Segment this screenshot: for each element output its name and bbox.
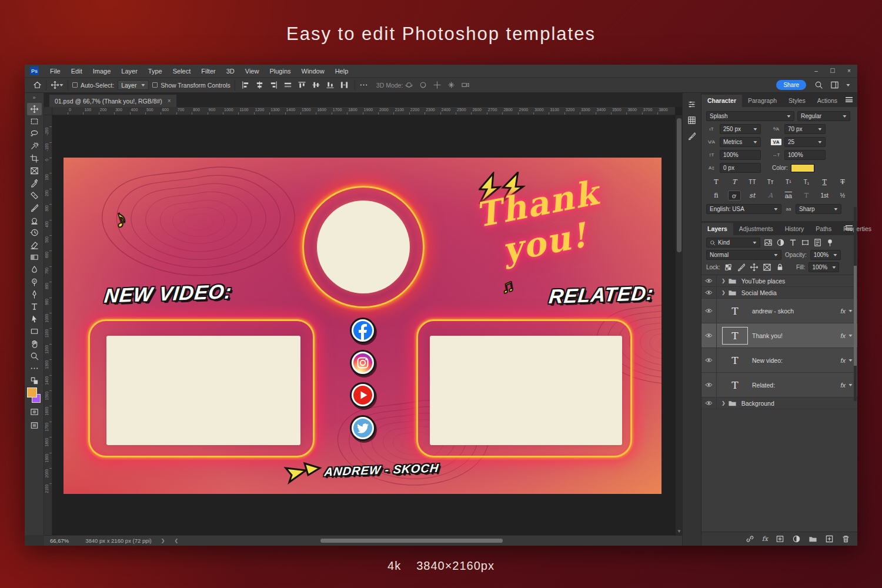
auto-select-dropdown[interactable]: Layer▼ [118,80,149,90]
screen-mode-icon[interactable] [30,421,39,430]
zoom-tool[interactable] [27,350,42,362]
3d-slide-icon[interactable] [447,81,456,89]
vertical-scale-field[interactable]: 100% [720,150,761,160]
panel-menu-icon[interactable] [846,97,853,102]
eyedropper-tool[interactable] [27,177,42,189]
font-size-field[interactable]: 250 px▼ [720,124,761,134]
lasso-tool[interactable] [27,128,42,140]
align-right-icon[interactable] [269,81,278,89]
tab-properties[interactable]: Properties [837,223,877,235]
clone-stamp-tool[interactable] [27,214,42,226]
quick-mask-icon[interactable] [30,407,39,416]
tab-history[interactable]: History [779,223,810,235]
leading-field[interactable]: 70 px▼ [784,124,826,134]
new-layer-icon[interactable] [825,534,834,543]
magic-wand-tool[interactable] [27,140,42,152]
text-color-swatch[interactable] [791,164,814,172]
3d-pan-icon[interactable] [433,81,442,89]
blur-tool[interactable] [27,263,42,276]
delete-layer-icon[interactable] [841,534,850,543]
tab-styles[interactable]: Styles [783,95,811,107]
3d-roll-icon[interactable] [419,81,427,89]
menu-window[interactable]: Window [296,68,330,75]
share-button[interactable]: Share [776,80,806,90]
toolbar-collapse-chevron[interactable]: » [32,93,35,103]
ligatures-button[interactable]: fi [710,191,723,201]
layer-row[interactable]: ❯Social Media [701,287,857,299]
expand-chevron-icon[interactable]: ❯ [721,400,726,406]
anti-alias-select[interactable]: Sharp▼ [796,204,841,214]
align-justify-icon[interactable] [283,81,292,89]
move-tool[interactable] [27,103,42,115]
close-tab-icon[interactable]: × [168,98,171,104]
filter-shape-icon[interactable] [801,238,810,247]
small-caps-button[interactable]: Tᴛ [764,177,777,187]
maximize-button[interactable]: ☐ [824,65,841,78]
expand-chevron-icon[interactable]: ❯ [721,278,726,283]
layer-fx[interactable]: fx▼ [841,308,853,315]
kerning-field[interactable]: Metrics▼ [720,137,761,147]
filter-adjustment-icon[interactable] [776,238,785,247]
frame-tool[interactable] [27,165,42,177]
font-style-select[interactable]: Regular▼ [797,111,850,121]
align-vcenter-icon[interactable] [312,81,320,89]
menu-3d[interactable]: 3D [221,68,240,75]
swash-button[interactable]: A [764,191,777,201]
libraries-rail-icon[interactable] [687,116,696,125]
lock-position-icon[interactable] [750,263,759,272]
strikethrough-button[interactable]: T [836,177,849,187]
path-selection-tool[interactable] [27,313,42,325]
tab-character[interactable]: Character [701,95,742,107]
expand-chevron-icon[interactable]: ❯ [721,290,726,295]
adjustments-rail-icon[interactable] [687,100,696,109]
distribute-icon[interactable] [340,81,349,89]
filter-smart-object-icon[interactable] [813,238,822,247]
3d-camera-icon[interactable] [461,81,470,89]
menu-image[interactable]: Image [88,68,116,75]
tab-paths[interactable]: Paths [810,223,837,235]
menu-file[interactable]: File [45,68,66,75]
chevron-left-icon[interactable]: ❮ [174,538,178,543]
tab-actions[interactable]: Actions [811,95,843,107]
chevron-down-icon[interactable]: ▼ [846,83,851,87]
visibility-eye-icon[interactable] [705,289,713,296]
filter-pin-icon[interactable] [826,238,834,247]
layer-row[interactable]: TRelated:fx▼ [701,373,857,397]
layer-row[interactable]: TNew video:fx▼ [701,348,857,373]
filter-type-icon[interactable] [789,238,797,247]
3d-orbit-icon[interactable] [405,81,413,89]
workspace-icon[interactable] [830,81,839,89]
menu-help[interactable]: Help [330,68,354,75]
new-group-icon[interactable] [808,534,817,543]
artwork-canvas[interactable]: ♪ ♫ Thank you! NEW VIDEO: RELATED: [64,158,662,494]
marquee-tool[interactable] [27,115,42,128]
visibility-eye-icon[interactable] [705,399,713,407]
subscript-button[interactable]: T₁ [800,177,813,187]
healing-brush-tool[interactable] [27,189,42,202]
chevron-down-icon[interactable]: ▼ [59,83,65,87]
close-button[interactable]: × [841,65,857,78]
lock-artboard-icon[interactable] [763,263,771,272]
vertical-scrollbar[interactable]: ▼ [675,115,682,535]
brushes-rail-icon[interactable] [687,132,696,141]
minimize-button[interactable]: – [808,65,824,78]
align-left-icon[interactable] [241,81,250,89]
stylistic-alternates-button[interactable]: ơ [728,191,741,201]
vertical-scrollbar-thumb[interactable] [677,118,681,252]
align-top-icon[interactable] [298,81,306,89]
pen-tool[interactable] [27,288,42,300]
eraser-tool[interactable] [27,239,42,251]
visibility-eye-icon[interactable] [705,277,713,285]
menu-plugins[interactable]: Plugins [264,68,296,75]
ordinals-button[interactable]: 1st [818,191,831,201]
zoom-level[interactable]: 66,67% [50,537,69,544]
menu-view[interactable]: View [240,68,265,75]
titling-button[interactable]: T [800,191,813,201]
hand-tool[interactable] [27,338,42,350]
new-adjustment-icon[interactable] [792,534,801,543]
baseline-shift-field[interactable]: 0 px [720,163,761,173]
auto-select-checkbox[interactable] [72,82,78,88]
filter-image-icon[interactable] [764,238,773,247]
align-bottom-icon[interactable] [326,81,335,89]
layer-row[interactable]: ❯YouTube places [701,275,857,287]
